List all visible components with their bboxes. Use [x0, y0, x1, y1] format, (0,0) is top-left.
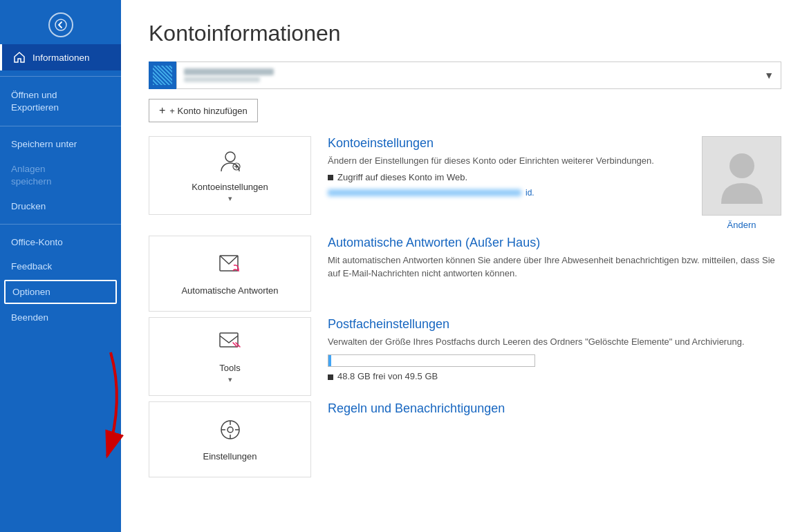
sidebar-item-optionen[interactable]: Optionen	[6, 281, 115, 303]
sidebar-item-label: Anlagenspeichern	[11, 163, 52, 187]
storage-bullet-icon	[328, 374, 333, 380]
link-suffix[interactable]: id.	[526, 188, 534, 198]
tools-card-label: Tools	[219, 363, 240, 373]
back-button[interactable]	[0, 0, 121, 44]
regeln-section: Einstellungen Regeln und Benachrichtigun…	[149, 401, 781, 477]
dropdown-arrow-icon: ▼	[764, 70, 774, 81]
regeln-content: Regeln und Benachrichtigungen	[311, 401, 781, 420]
sidebar-divider-3	[0, 224, 121, 225]
automatische-antworten-desc: Mit automatischen Antworten können Sie a…	[328, 254, 781, 281]
account-dropdown[interactable]: ▼	[176, 61, 781, 89]
sidebar-item-drucken[interactable]: Drucken	[0, 194, 121, 218]
main-content: Kontoinformationen ▼ + + Konto hinzufüge…	[121, 0, 809, 532]
sidebar-item-office-konto[interactable]: Office-Konto	[0, 230, 121, 254]
kontoeinstellungen-card[interactable]: Kontoeinstellungen ▾	[149, 136, 311, 215]
avatar-change-link[interactable]: Ändern	[727, 220, 756, 230]
sidebar-item-label: Feedback	[11, 261, 52, 272]
avatar-image	[702, 136, 781, 216]
add-account-label: + Konto hinzufügen	[169, 106, 247, 116]
sidebar-item-label: Beenden	[11, 312, 48, 323]
tools-card-arrow: ▾	[228, 375, 232, 384]
sidebar-item-label: Drucken	[11, 201, 46, 211]
svg-point-2	[225, 152, 235, 162]
blurred-link	[328, 189, 521, 196]
sidebar-item-label: Öffnen undExportieren	[11, 89, 59, 113]
sidebar-item-informationen[interactable]: Informationen	[0, 44, 121, 70]
home-icon	[13, 51, 26, 64]
svg-point-1	[55, 19, 66, 30]
sidebar-item-oeffnen-exportieren[interactable]: Öffnen undExportieren	[0, 82, 121, 120]
kontoeinstellungen-card-arrow: ▾	[228, 194, 232, 203]
sidebar-item-feedback[interactable]: Feedback	[0, 254, 121, 278]
storage-progress-fill	[328, 355, 331, 366]
account-avatar	[149, 61, 176, 89]
automatische-antworten-icon	[218, 251, 243, 281]
regeln-card-label: Einstellungen	[203, 451, 257, 462]
bullet-text: Zugriff auf dieses Konto im Web.	[337, 172, 467, 182]
postfach-content: Postfacheinstellungen Verwalten der Größ…	[311, 317, 781, 381]
account-info	[184, 68, 274, 82]
sidebar-item-optionen-highlight: Optionen	[4, 280, 117, 304]
svg-point-10	[227, 427, 233, 433]
storage-info: 48.8 GB frei von 49.5 GB	[328, 371, 781, 381]
kontoeinstellungen-icon	[218, 148, 243, 178]
automatische-antworten-content: Automatische Antworten (Außer Haus) Mit …	[311, 236, 781, 285]
postfach-desc: Verwalten der Größe Ihres Postfachs durc…	[328, 336, 781, 349]
sidebar-divider-1	[0, 76, 121, 77]
back-icon	[55, 19, 67, 31]
bullet-icon	[328, 175, 333, 180]
regeln-icon	[218, 417, 243, 447]
kontoeinstellungen-title: Kontoeinstellungen	[328, 136, 702, 151]
storage-progress-bar	[328, 354, 535, 367]
automatische-antworten-section: Automatische Antworten Automatische Antw…	[149, 236, 781, 312]
sidebar-item-beenden[interactable]: Beenden	[0, 305, 121, 330]
avatar-section: Ändern	[702, 136, 781, 230]
sidebar-item-speichern-unter[interactable]: Speichern unter	[0, 132, 121, 156]
account-email-blurred	[184, 77, 260, 82]
regeln-card[interactable]: Einstellungen	[149, 401, 311, 477]
tools-card[interactable]: Tools ▾	[149, 317, 311, 396]
add-account-button[interactable]: + + Konto hinzufügen	[149, 99, 258, 122]
kontoeinstellungen-card-label: Kontoeinstellungen	[192, 182, 268, 192]
postfach-title: Postfacheinstellungen	[328, 317, 781, 332]
account-dropdown-row: ▼	[149, 61, 781, 89]
page-title: Kontoinformationen	[149, 21, 781, 46]
kontoeinstellungen-bullet: Zugriff auf dieses Konto im Web.	[328, 172, 702, 182]
automatische-antworten-card[interactable]: Automatische Antworten	[149, 236, 311, 312]
postfach-section: Tools ▾ Postfacheinstellungen Verwalten …	[149, 317, 781, 396]
svg-point-6	[729, 153, 754, 178]
account-name-blurred	[184, 68, 274, 75]
storage-label: 48.8 GB frei von 49.5 GB	[337, 371, 438, 381]
regeln-title: Regeln und Benachrichtigungen	[328, 401, 781, 416]
plus-icon: +	[159, 104, 165, 117]
sidebar-item-anlagen-speichern: Anlagenspeichern	[0, 156, 121, 194]
blurred-link-row: id.	[328, 188, 702, 198]
sidebar: Informationen Öffnen undExportieren Spei…	[0, 0, 121, 532]
sidebar-item-label: Speichern unter	[11, 139, 77, 149]
tools-icon	[218, 329, 243, 359]
automatische-antworten-title: Automatische Antworten (Außer Haus)	[328, 236, 781, 250]
kontoeinstellungen-section: Kontoeinstellungen ▾ Kontoeinstellungen …	[149, 136, 781, 230]
sidebar-item-label: Informationen	[32, 53, 90, 63]
sidebar-item-label: Optionen	[12, 287, 50, 297]
kontoeinstellungen-desc: Ändern der Einstellungen für dieses Kont…	[328, 155, 702, 168]
account-avatar-pixel	[153, 66, 172, 85]
sidebar-divider-2	[0, 126, 121, 126]
automatische-antworten-card-label: Automatische Antworten	[181, 285, 278, 296]
person-icon	[718, 149, 766, 204]
sidebar-item-label: Office-Konto	[11, 237, 63, 247]
kontoeinstellungen-content: Kontoeinstellungen Ändern der Einstellun…	[311, 136, 702, 198]
